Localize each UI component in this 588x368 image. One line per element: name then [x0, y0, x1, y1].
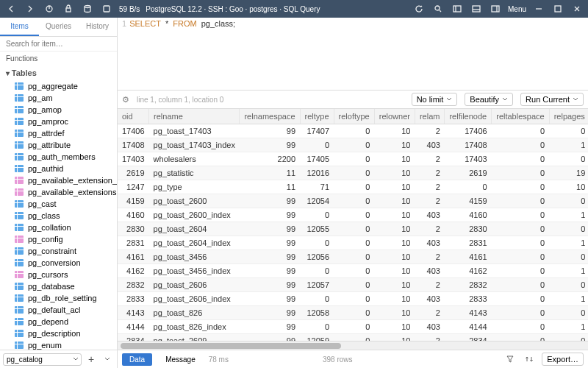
table-row[interactable]: 4144pg_toast_826_index9900104034144010 [118, 320, 588, 334]
table-row[interactable]: 17406pg_toast_174039917407010217406000 [118, 124, 588, 138]
table-label: pg_authid [28, 164, 63, 173]
table-item[interactable]: pg_amproc [0, 116, 117, 127]
section-functions[interactable]: Functions [0, 52, 117, 66]
beautify-dropdown[interactable]: Beautify [465, 93, 513, 106]
table-item[interactable]: pg_available_extensions [0, 186, 117, 198]
col-header[interactable]: oid [118, 109, 149, 124]
table-item[interactable]: pg_class [0, 210, 117, 222]
table-label: pg_description [28, 329, 81, 338]
table-item[interactable]: pg_auth_members [0, 151, 117, 163]
table-row[interactable]: 2833pg_toast_2606_index9900104032833010 [118, 292, 588, 306]
table-row[interactable]: 1247pg_type117101020010406 [118, 180, 588, 194]
table-item[interactable]: pg_constraint [0, 245, 117, 257]
table-label: pg_auth_members [28, 152, 96, 161]
panel-right-icon[interactable] [489, 2, 502, 15]
col-header[interactable]: relnamespace [240, 109, 300, 124]
sidebar-tab-items[interactable]: Items [0, 18, 39, 36]
sidebar-tab-history[interactable]: History [78, 18, 117, 36]
close-icon[interactable] [570, 2, 584, 15]
table-item[interactable]: pg_db_role_setting [0, 292, 117, 304]
table-item[interactable]: pg_collation [0, 222, 117, 233]
svg-rect-3 [104, 6, 110, 12]
table-label: pg_cursors [28, 270, 68, 279]
panel-bottom-icon[interactable] [470, 2, 483, 15]
col-header[interactable]: relname [149, 109, 240, 124]
table-row[interactable]: 2830pg_toast_2604991205501022830000 [118, 222, 588, 236]
tab-data[interactable]: Data [122, 353, 152, 366]
filter-icon[interactable] [503, 353, 517, 366]
table-item[interactable]: pg_config [0, 233, 117, 245]
settings-icon[interactable]: ⚙ [122, 95, 129, 105]
col-header[interactable]: reltablespace [492, 109, 549, 124]
table-row[interactable]: 4160pg_toast_2600_index9900104034160010 [118, 208, 588, 222]
col-header[interactable]: relowner [374, 109, 415, 124]
table-item[interactable]: pg_attrdef [0, 127, 117, 139]
table-icon [15, 318, 24, 325]
table-row[interactable]: 4161pg_toast_3456991205601024161000 [118, 250, 588, 264]
table-item[interactable]: pg_depend [0, 316, 117, 328]
col-header[interactable]: reltype [300, 109, 334, 124]
horizontal-scrollbar[interactable] [118, 341, 588, 350]
panel-left-icon[interactable] [451, 2, 464, 15]
sort-icon[interactable] [523, 353, 536, 366]
menu-button[interactable]: Menu [508, 5, 526, 13]
search-icon[interactable] [431, 2, 445, 15]
sidebar-search-input[interactable] [0, 37, 117, 52]
schema-select[interactable]: pg_catalog [3, 353, 82, 366]
table-item[interactable]: pg_default_acl [0, 304, 117, 316]
table-icon [15, 247, 24, 255]
table-item[interactable]: pg_cursors [0, 269, 117, 280]
run-button[interactable]: Run Current [520, 93, 584, 106]
table-item[interactable]: pg_available_extension_version [0, 174, 117, 186]
sidebar-tab-queries[interactable]: Queries [39, 18, 78, 36]
section-tables[interactable]: ▾ Tables [0, 66, 117, 80]
table-item[interactable]: pg_cast [0, 198, 117, 210]
table-row[interactable]: 2832pg_toast_2606991205701022832000 [118, 278, 588, 292]
table-row[interactable]: 4143pg_toast_826991205801024143000 [118, 306, 588, 320]
table-item[interactable]: pg_am [0, 92, 117, 104]
database-icon[interactable] [81, 2, 94, 15]
lock-icon[interactable] [62, 2, 75, 15]
table-row[interactable]: 17408pg_toast_17403_index990010403174080… [118, 138, 588, 152]
table-icon [15, 294, 24, 302]
nav-fwd-icon[interactable] [24, 2, 37, 15]
col-header[interactable]: relpages [549, 109, 588, 124]
table-item[interactable]: pg_authid [0, 163, 117, 174]
tab-message[interactable]: Message [158, 353, 203, 366]
power-icon[interactable] [43, 2, 56, 15]
table-row[interactable]: 2831pg_toast_2604_index9900104032831010 [118, 236, 588, 250]
svg-rect-6 [473, 6, 480, 12]
table-item[interactable]: pg_attribute [0, 139, 117, 151]
table-row[interactable]: 2834pg_toast_2609991205901022834000 [118, 334, 588, 342]
maximize-icon[interactable] [551, 2, 564, 15]
sql-icon[interactable] [100, 2, 113, 15]
col-header[interactable]: relam [415, 109, 445, 124]
table-tree[interactable]: pg_aggregatepg_ampg_amoppg_amprocpg_attr… [0, 80, 117, 350]
minimize-icon[interactable] [532, 2, 545, 15]
table-row[interactable]: 2619pg_statistic111201601022619019422 [118, 166, 588, 180]
export-button[interactable]: Export… [542, 353, 584, 366]
sql-editor[interactable]: 1SELECT * FROM pg_class; [118, 18, 588, 90]
table-item[interactable]: pg_amop [0, 104, 117, 116]
table-item[interactable]: pg_database [0, 280, 117, 292]
window-title: PostgreSQL 12.2 · SSH : Goo · postgres ·… [146, 5, 320, 13]
table-row[interactable]: 4159pg_toast_2600991205401024159000 [118, 194, 588, 208]
table-item[interactable]: pg_aggregate [0, 80, 117, 92]
more-dropdown[interactable] [101, 353, 114, 366]
table-item[interactable]: pg_conversion [0, 257, 117, 269]
results-grid[interactable]: oidrelnamerelnamespacereltypereloftypere… [118, 109, 588, 341]
add-button[interactable]: + [85, 353, 98, 366]
table-row[interactable]: 4162pg_toast_3456_index9900104034162010 [118, 264, 588, 278]
table-label: pg_config [28, 235, 63, 244]
refresh-icon[interactable] [412, 2, 426, 15]
col-header[interactable]: reloftype [334, 109, 374, 124]
table-icon [15, 200, 24, 208]
nav-back-icon[interactable] [4, 2, 18, 15]
col-header[interactable]: relfilenode [445, 109, 492, 124]
table-row[interactable]: 17403wholesalers220017405010217403000 [118, 152, 588, 166]
limit-dropdown[interactable]: No limit [412, 93, 458, 106]
table-label: pg_amop [28, 105, 62, 114]
table-item[interactable]: pg_description [0, 328, 117, 339]
table-item[interactable]: pg_enum [0, 339, 117, 350]
table-label: pg_class [28, 211, 60, 220]
